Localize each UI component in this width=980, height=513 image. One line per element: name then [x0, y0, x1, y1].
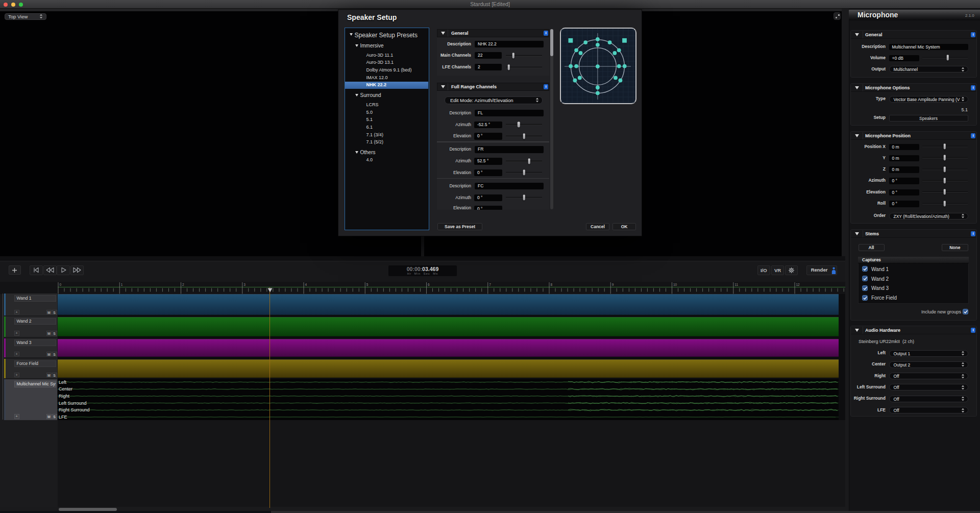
- svg-text:11: 11: [734, 283, 738, 286]
- svg-text:5: 5: [366, 283, 369, 286]
- svg-text:6: 6: [428, 283, 430, 286]
- svg-text:10: 10: [673, 283, 677, 286]
- svg-text:0: 0: [60, 283, 62, 286]
- svg-text:2: 2: [182, 283, 184, 286]
- svg-text:12: 12: [796, 283, 800, 286]
- svg-text:7: 7: [489, 283, 491, 286]
- svg-text:4: 4: [305, 283, 307, 286]
- svg-text:8: 8: [551, 283, 553, 286]
- svg-text:1: 1: [121, 283, 123, 286]
- svg-text:3: 3: [243, 283, 246, 286]
- svg-text:9: 9: [612, 283, 614, 286]
